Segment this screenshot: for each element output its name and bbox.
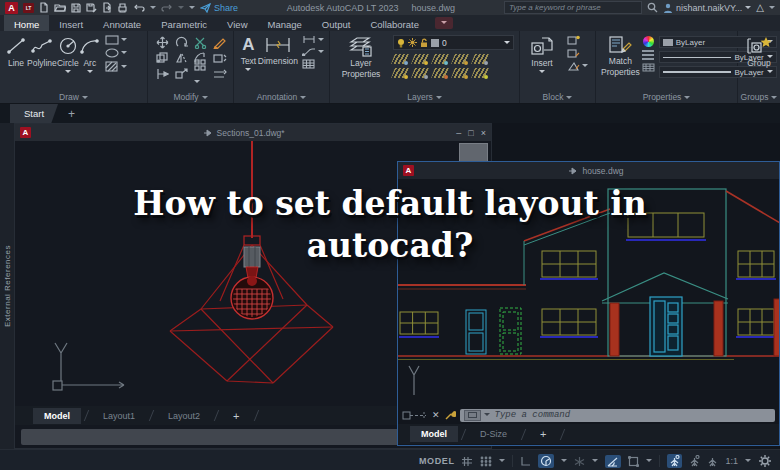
tab-home[interactable]: Home	[4, 15, 49, 31]
linear-dimension-tool[interactable]	[302, 35, 324, 44]
sections-tab-model[interactable]: Model	[33, 408, 81, 424]
layer-properties-button[interactable]: Layer Properties	[335, 35, 387, 85]
layer-combo[interactable]: 0	[393, 35, 514, 50]
redo-dropdown-icon[interactable]	[178, 6, 184, 12]
sections-tab-layout2[interactable]: Layout2	[157, 408, 211, 424]
layer-unisolate-tool[interactable]	[413, 68, 427, 78]
polyline-tool[interactable]: Polyline	[27, 35, 57, 85]
sections-window-titlebar[interactable]: A Sections_01.dwg* – □ ×	[15, 124, 491, 141]
tab-collaborate[interactable]: Collaborate	[360, 15, 429, 31]
lineweight-icon[interactable]	[642, 63, 655, 72]
pin-icon[interactable]	[568, 167, 578, 175]
block-panel-label[interactable]: Block	[520, 92, 595, 102]
isodraft-dropdown-icon[interactable]	[592, 459, 598, 465]
tab-insert[interactable]: Insert	[49, 15, 93, 31]
sections-tab-layout1[interactable]: Layout1	[92, 408, 146, 424]
circle-dropdown-icon[interactable]	[65, 70, 71, 76]
move-tool[interactable]	[156, 36, 169, 49]
polar-tracking-icon[interactable]	[538, 454, 554, 468]
layer-walk-tool[interactable]	[473, 68, 487, 78]
text-tool[interactable]: A Text	[239, 35, 258, 85]
trim-tool[interactable]	[194, 36, 207, 49]
arc-tool[interactable]: Arc	[79, 35, 101, 85]
array-dropdown-icon[interactable]	[194, 80, 200, 86]
share-button[interactable]: Share	[200, 3, 238, 13]
dimension-tool[interactable]: Dimension	[258, 35, 298, 85]
isodraft-icon[interactable]	[574, 456, 585, 467]
close-command-icon[interactable]: ✕	[432, 410, 440, 420]
tab-manage[interactable]: Manage	[258, 15, 312, 31]
layers-panel-label[interactable]: Layers	[330, 92, 519, 102]
layer-thaw-tool[interactable]	[433, 68, 447, 78]
export-icon[interactable]	[102, 2, 112, 13]
ortho-mode-icon[interactable]	[520, 456, 531, 467]
start-tab[interactable]: Start	[10, 104, 58, 123]
command-line-bar[interactable]	[460, 409, 775, 422]
edit-block-tool[interactable]	[567, 48, 588, 58]
save-icon[interactable]	[71, 3, 81, 13]
pin-icon[interactable]	[203, 129, 213, 137]
user-account-button[interactable]: nishant.naikVY...	[663, 3, 751, 13]
user-dropdown-icon[interactable]	[745, 6, 751, 12]
external-references-palette[interactable]: External References	[0, 123, 15, 449]
annotation-scale-icon[interactable]	[707, 455, 718, 467]
sections-command-line[interactable]	[21, 429, 399, 445]
tab-output[interactable]: Output	[312, 15, 361, 31]
osnap-dropdown-icon[interactable]	[646, 459, 652, 465]
print-icon[interactable]	[117, 3, 128, 13]
text-dropdown-icon[interactable]	[245, 68, 251, 74]
save-as-icon[interactable]	[86, 3, 97, 13]
osnap-tracking-icon[interactable]	[605, 455, 621, 468]
search-icon[interactable]	[647, 2, 658, 13]
snap-dropdown-icon[interactable]	[499, 459, 505, 465]
annotation-visibility-icon[interactable]	[667, 454, 682, 468]
ribbon-options-button[interactable]	[435, 17, 453, 29]
recent-commands-icon[interactable]	[464, 410, 481, 421]
linetype-icon[interactable]	[642, 50, 654, 60]
house-tab-dsize[interactable]: D-Size	[469, 426, 518, 442]
customize-wrench-icon[interactable]	[444, 410, 456, 421]
layer-freeze-tool[interactable]	[433, 54, 447, 64]
autocad-logo-icon[interactable]: A	[5, 2, 18, 14]
app-dropdown-icon[interactable]	[769, 6, 775, 12]
qat-customize-icon[interactable]	[189, 6, 195, 12]
autoscale-icon[interactable]	[689, 455, 700, 467]
house-canvas[interactable]	[398, 179, 779, 406]
leader-tool[interactable]	[302, 47, 324, 56]
insert-dropdown-icon[interactable]	[539, 70, 545, 76]
erase-tool[interactable]	[213, 36, 227, 49]
annotation-panel-label[interactable]: Annotation	[234, 92, 329, 102]
insert-block-button[interactable]: Insert	[525, 35, 559, 85]
explode-tool[interactable]	[213, 53, 227, 64]
line-tool[interactable]: Line	[5, 35, 27, 85]
copy-tool[interactable]	[156, 52, 169, 64]
autodesk-app-icon[interactable]: △	[756, 3, 764, 13]
rotate-tool[interactable]	[175, 36, 188, 49]
house-add-layout-button[interactable]: +	[529, 425, 557, 443]
layer-isolate-tool[interactable]	[413, 54, 427, 64]
polar-dropdown-icon[interactable]	[561, 459, 567, 465]
object-snap-icon[interactable]	[628, 456, 639, 467]
ellipse-tool[interactable]	[105, 48, 127, 58]
layer-unlock-tool[interactable]	[453, 68, 467, 78]
command-input[interactable]	[493, 409, 771, 421]
customization-gear-icon[interactable]	[758, 454, 772, 468]
annotation-scale-value[interactable]: 1:1	[725, 456, 738, 466]
layer-lock-tool[interactable]	[453, 54, 467, 64]
array-tool[interactable]	[194, 59, 207, 89]
open-folder-icon[interactable]	[54, 3, 66, 13]
layer-combo-dropdown-icon[interactable]	[504, 41, 510, 47]
undo-icon[interactable]	[133, 3, 145, 12]
modify-panel-label[interactable]: Modify	[148, 92, 233, 102]
properties-panel-label[interactable]: Properties	[596, 92, 737, 102]
house-tab-model[interactable]: Model	[410, 426, 458, 442]
stretch-tool[interactable]	[156, 68, 169, 80]
keyword-search-input[interactable]	[504, 1, 642, 14]
close-button[interactable]: ×	[481, 128, 486, 138]
tab-annotate[interactable]: Annotate	[93, 15, 151, 31]
match-properties-button[interactable]: Match Properties	[601, 35, 640, 85]
sections-add-layout-button[interactable]: +	[222, 407, 250, 425]
offset-tool[interactable]	[213, 69, 227, 80]
new-file-icon[interactable]	[39, 2, 49, 13]
color-wheel-icon[interactable]	[643, 36, 654, 47]
